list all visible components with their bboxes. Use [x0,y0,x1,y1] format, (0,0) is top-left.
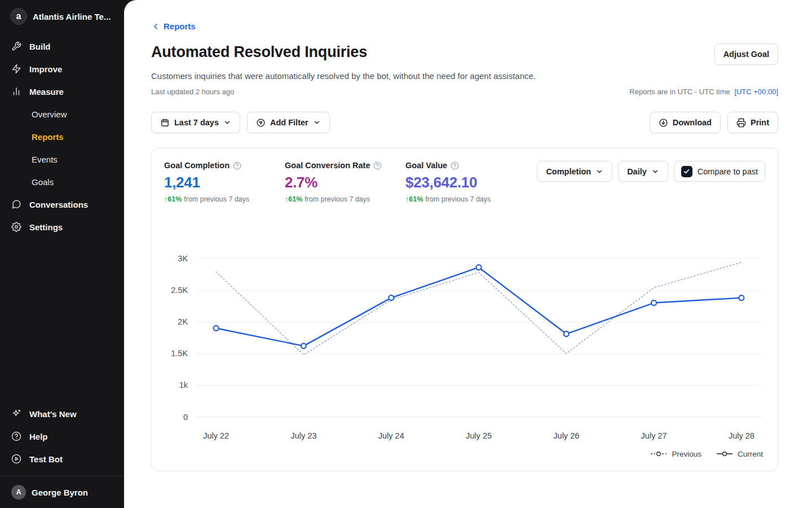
sidebar-item-conversations[interactable]: Conversations [0,193,124,216]
print-label: Print [751,118,769,127]
svg-text:1k: 1k [179,380,188,389]
sidebar-item-whats-new[interactable]: What's New [0,402,124,425]
report-card: Goal Completion 1,241 ↑61%from previous … [151,148,778,471]
sidebar-item-label: What's New [29,409,77,419]
sidebar-item-test-bot[interactable]: Test Bot [0,448,124,470]
page-title: Automated Resolved Inquiries [151,43,367,61]
stat-goal-completion: Goal Completion 1,241 ↑61%from previous … [164,161,285,203]
timezone-note-text: Reports are in UTC - UTC time [629,87,730,96]
workspace-logo-icon: a [10,8,27,25]
stat-label: Goal Completion [164,161,230,170]
metric-dropdown[interactable]: Completion [537,161,612,182]
bar-chart-icon [11,86,21,97]
workspace-header[interactable]: a Atlantis Airline Te... [0,0,124,35]
svg-text:July 28: July 28 [729,431,754,440]
chart-area: 3K2.5K2K1.5K1k0July 22July 23July 24July… [164,251,765,458]
last-updated-text: Last updated 2 hours ago [151,87,234,96]
sidebar-item-label: Goals [32,177,54,187]
line-chart[interactable]: 3K2.5K2K1.5K1k0July 22July 23July 24July… [164,251,765,443]
sidebar-item-label: Conversations [29,200,88,209]
help-circle-icon [11,431,21,441]
sidebar-item-label: Overview [32,110,67,119]
svg-text:2.5K: 2.5K [171,286,188,295]
svg-text:July 23: July 23 [290,431,316,440]
chat-bubble-icon [11,199,21,209]
checkbox-checked-icon[interactable] [681,166,692,177]
legend-previous: Previous [650,450,701,458]
sidebar-item-reports[interactable]: Reports [0,125,124,148]
back-link[interactable]: Reports [151,21,196,31]
date-range-dropdown[interactable]: Last 7 days [151,112,240,133]
app-root: a Atlantis Airline Te... Build Improve [0,0,812,508]
print-button[interactable]: Print [727,112,778,133]
sparkles-icon [11,409,21,419]
sidebar-item-build[interactable]: Build [0,35,124,58]
user-menu[interactable]: A George Byron [0,476,124,508]
sidebar-item-events[interactable]: Events [0,148,124,170]
svg-text:0: 0 [183,413,188,422]
main-panel: Reports Automated Resolved Inquiries Adj… [124,0,812,508]
sidebar-item-improve[interactable]: Improve [0,58,124,80]
sidebar-item-label: Settings [29,222,63,232]
sidebar-item-label: Events [32,155,58,164]
chevron-down-icon [313,119,321,126]
chevron-down-icon [651,168,659,176]
sidebar-item-measure[interactable]: Measure [0,80,124,103]
add-filter-dropdown[interactable]: Add Filter [247,112,330,133]
sidebar-footer: What's New Help Test Bot A George Byron [0,402,124,508]
stat-label: Goal Conversion Rate [285,161,370,170]
stat-goal-value: Goal Value $23,642.10 ↑61%from previous … [405,161,526,203]
stat-label: Goal Value [405,161,447,170]
chart-controls: Completion Daily [537,161,765,182]
printer-icon [736,118,746,128]
legend-current-label: Current [738,450,763,458]
calendar-icon [160,118,170,128]
svg-text:2K: 2K [178,317,188,326]
sidebar: a Atlantis Airline Te... Build Improve [0,0,124,508]
user-name: George Byron [32,488,88,497]
legend-previous-label: Previous [672,450,701,458]
interval-dropdown[interactable]: Daily [618,161,668,182]
svg-text:July 24: July 24 [378,431,404,440]
timezone-link[interactable]: [UTC +00:00] [734,87,778,96]
stat-delta-suffix: from previous 7 days [425,195,491,203]
sidebar-item-settings[interactable]: Settings [0,216,124,238]
stat-goal-conversion-rate: Goal Conversion Rate 2.7% ↑61%from previ… [285,161,405,203]
meta-row: Last updated 2 hours ago Reports are in … [151,87,778,96]
info-icon[interactable] [233,161,241,170]
sidebar-item-goals[interactable]: Goals [0,170,124,193]
sidebar-item-label: Test Bot [29,454,63,464]
interval-dropdown-label: Daily [627,167,647,176]
chevron-down-icon [223,119,231,126]
info-icon[interactable] [373,161,382,170]
stat-delta: ↑61%from previous 7 days [405,195,526,203]
download-icon [659,118,668,128]
title-row: Automated Resolved Inquiries Adjust Goal [151,43,778,65]
stat-delta-pct: ↑61% [405,195,423,203]
wrench-icon [11,41,21,51]
chevron-left-icon [151,22,160,31]
stat-delta-pct: ↑61% [164,195,182,203]
svg-text:1.5K: 1.5K [171,349,188,358]
compare-to-past-label: Compare to past [698,167,758,176]
sidebar-item-label: Measure [29,87,64,97]
sidebar-item-overview[interactable]: Overview [0,103,124,125]
toolbar-left: Last 7 days Add Filter [151,112,330,133]
stat-delta-suffix: from previous 7 days [304,195,370,203]
sidebar-item-label: Improve [29,64,62,74]
stat-value: $23,642.10 [405,174,526,191]
timezone-note: Reports are in UTC - UTC time [UTC +00:0… [629,87,778,96]
download-button[interactable]: Download [650,112,721,133]
page-subtitle: Customers inquiries that were automatica… [151,71,778,81]
compare-to-past-toggle[interactable]: Compare to past [674,161,765,182]
stat-value: 2.7% [285,174,405,191]
date-range-label: Last 7 days [174,118,219,127]
filter-icon [256,118,266,128]
stat-delta-pct: ↑61% [285,195,302,203]
back-link-label: Reports [164,21,196,31]
info-icon[interactable] [451,161,459,170]
sidebar-item-help[interactable]: Help [0,425,124,448]
adjust-goal-button[interactable]: Adjust Goal [714,43,778,65]
lightning-icon [11,64,21,74]
stat-delta-suffix: from previous 7 days [184,195,249,203]
